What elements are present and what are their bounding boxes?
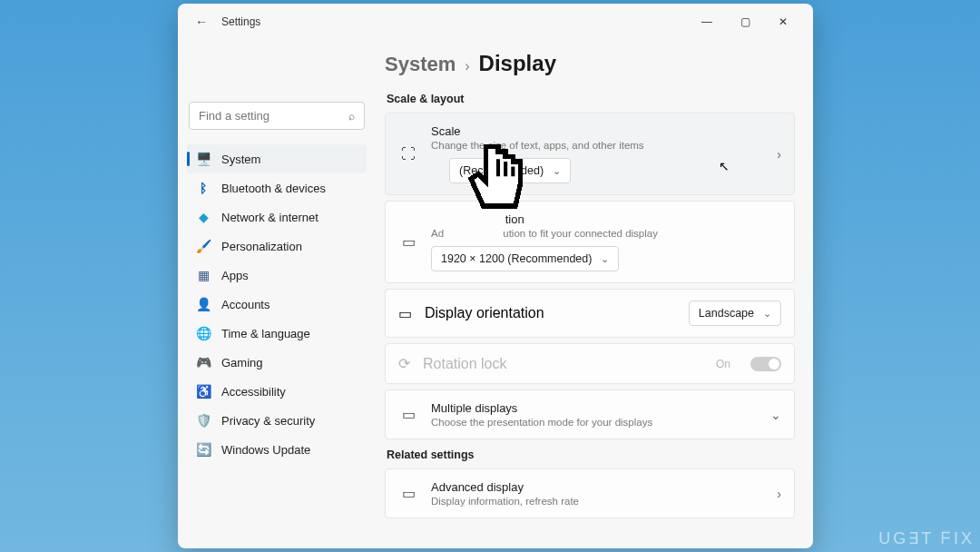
resolution-value: 1920 × 1200 (Recommended)	[441, 252, 592, 265]
resolution-dropdown[interactable]: 1920 × 1200 (Recommended) ⌄	[431, 246, 619, 271]
chevron-right-icon: ›	[777, 487, 781, 501]
sidebar-item-privacy[interactable]: 🛡️ Privacy & security	[187, 406, 367, 435]
titlebar: ← Settings — ▢ ✕	[178, 4, 813, 40]
sidebar-item-gaming[interactable]: 🎮 Gaming	[187, 348, 367, 377]
sidebar-item-label: Time & language	[221, 327, 310, 340]
watermark: UG∃T ᖴIX	[878, 528, 975, 548]
window-controls: — ▢ ✕	[688, 7, 802, 36]
breadcrumb-parent[interactable]: System	[385, 53, 456, 76]
update-icon: 🔄	[196, 442, 211, 457]
advanced-display-card[interactable]: ▭ Advanced display Display information, …	[385, 468, 795, 518]
resolution-title: Display resolution	[431, 212, 781, 226]
advanced-desc: Display information, refresh rate	[431, 496, 764, 507]
window-title: Settings	[221, 15, 688, 28]
rotation-lock-card: ⟳ Rotation lock On	[385, 343, 795, 384]
sidebar-item-apps[interactable]: ▦ Apps	[187, 261, 367, 290]
close-button[interactable]: ✕	[764, 7, 802, 36]
multiple-title: Multiple displays	[431, 401, 758, 415]
section-related: Related settings	[387, 448, 795, 461]
sidebar-item-label: Accounts	[221, 298, 270, 311]
sidebar-item-label: Personalization	[221, 240, 302, 253]
search-input[interactable]: Find a setting ⌕	[189, 102, 365, 130]
page-title: Display	[479, 51, 556, 76]
sidebar-item-accounts[interactable]: 👤 Accounts	[187, 290, 367, 319]
chevron-down-icon: ⌄	[553, 165, 561, 177]
scale-card[interactable]: ⛶ Scale Change the size of text, apps, a…	[385, 113, 795, 195]
sidebar-item-label: Windows Update	[221, 443, 310, 457]
resolution-icon: ▭	[398, 233, 418, 251]
sidebar-item-bluetooth[interactable]: ᛒ Bluetooth & devices	[187, 173, 367, 202]
scale-value: (Recommended)	[459, 164, 544, 177]
monitor-icon: 🖥️	[196, 152, 211, 166]
sidebar-item-label: System	[221, 153, 260, 166]
search-icon: ⌕	[348, 110, 355, 123]
section-scale-layout: Scale & layout	[387, 93, 795, 105]
advanced-display-icon: ▭	[398, 485, 418, 502]
advanced-title: Advanced display	[431, 480, 764, 494]
sidebar-item-label: Network & internet	[221, 211, 318, 224]
sidebar-item-system[interactable]: 🖥️ System	[187, 144, 367, 173]
multiple-displays-icon: ▭	[398, 406, 418, 423]
main-content: System › Display Scale & layout ⛶ Scale …	[376, 40, 813, 548]
accessibility-icon: ♿	[196, 384, 211, 399]
orientation-icon: ▭	[398, 305, 412, 322]
sidebar-item-label: Privacy & security	[221, 414, 315, 428]
scale-desc: Change the size of text, apps, and other…	[431, 140, 764, 151]
sidebar-item-label: Gaming	[221, 356, 263, 370]
sidebar-item-network[interactable]: ◆ Network & internet	[187, 202, 367, 232]
globe-icon: 🌐	[196, 326, 211, 340]
orientation-title: Display orientation	[425, 305, 676, 321]
chevron-down-icon: ⌄	[601, 253, 609, 265]
chevron-down-icon: ⌄	[763, 308, 771, 320]
back-button[interactable]: ←	[189, 15, 214, 29]
search-placeholder: Find a setting	[199, 109, 270, 123]
sidebar-item-windows-update[interactable]: 🔄 Windows Update	[187, 435, 367, 464]
scale-dropdown[interactable]: (Recommended) ⌄	[449, 158, 571, 183]
rotation-lock-icon: ⟳	[398, 355, 410, 372]
nav-list: 🖥️ System ᛒ Bluetooth & devices ◆ Networ…	[187, 144, 367, 464]
multiple-desc: Choose the presentation mode for your di…	[431, 417, 758, 428]
resolution-card[interactable]: ▭ Display resolution Adjust the resoluti…	[385, 201, 795, 283]
multiple-displays-card[interactable]: ▭ Multiple displays Choose the presentat…	[385, 389, 795, 439]
person-icon: 👤	[196, 297, 211, 311]
orientation-card[interactable]: ▭ Display orientation Landscape ⌄	[385, 289, 795, 338]
minimize-button[interactable]: —	[688, 7, 726, 36]
wifi-icon: ◆	[196, 210, 211, 224]
rotation-state-label: On	[716, 358, 730, 370]
shield-icon: 🛡️	[196, 413, 211, 428]
settings-window: ← Settings — ▢ ✕ Find a setting ⌕ 🖥️ Sys…	[178, 4, 813, 548]
scale-title: Scale	[431, 124, 764, 138]
sidebar: Find a setting ⌕ 🖥️ System ᛒ Bluetooth &…	[178, 40, 376, 548]
orientation-dropdown[interactable]: Landscape ⌄	[689, 301, 781, 326]
sidebar-item-label: Bluetooth & devices	[221, 182, 326, 195]
chevron-right-icon: ›	[465, 58, 469, 74]
breadcrumb: System › Display	[385, 51, 795, 76]
brush-icon: 🖌️	[196, 239, 211, 253]
chevron-down-icon: ⌄	[770, 408, 781, 422]
resolution-desc: Adjust the resolution to fit your connec…	[431, 228, 781, 239]
apps-icon: ▦	[196, 268, 211, 282]
bluetooth-icon: ᛒ	[196, 181, 211, 195]
orientation-value: Landscape	[699, 307, 754, 320]
chevron-right-icon: ›	[777, 147, 781, 162]
maximize-button[interactable]: ▢	[726, 7, 764, 36]
sidebar-item-time-language[interactable]: 🌐 Time & language	[187, 319, 367, 348]
rotation-lock-title: Rotation lock	[423, 356, 703, 372]
sidebar-item-accessibility[interactable]: ♿ Accessibility	[187, 377, 367, 406]
rotation-toggle	[750, 357, 781, 371]
scale-icon: ⛶	[398, 146, 418, 163]
sidebar-item-label: Accessibility	[221, 385, 286, 399]
gamepad-icon: 🎮	[196, 355, 211, 370]
sidebar-item-personalization[interactable]: 🖌️ Personalization	[187, 232, 367, 261]
sidebar-item-label: Apps	[221, 269, 249, 282]
